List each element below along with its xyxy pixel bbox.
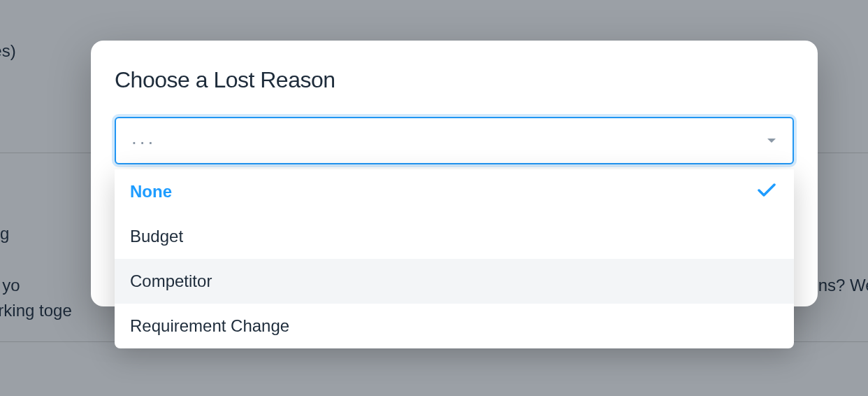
check-icon — [758, 182, 776, 201]
caret-down-icon — [767, 139, 776, 143]
background-text: to working toge — [0, 298, 72, 323]
option-none[interactable]: None — [115, 169, 794, 214]
reason-select-container: ... None Budget Competitor Requirement C… — [115, 117, 794, 164]
reason-select[interactable]: ... — [115, 117, 794, 164]
option-budget[interactable]: Budget — [115, 214, 794, 259]
background-text: k in with yo — [0, 273, 20, 298]
option-competitor[interactable]: Competitor — [115, 259, 794, 304]
option-label: Competitor — [130, 271, 212, 291]
option-label: Budget — [130, 227, 183, 246]
reason-dropdown: None Budget Competitor Requirement Chang… — [115, 169, 794, 348]
option-label: Requirement Change — [130, 316, 289, 336]
option-label: None — [130, 182, 172, 201]
background-text: Haines) — [0, 38, 16, 64]
select-placeholder: ... — [131, 127, 156, 149]
lost-reason-modal: Choose a Lost Reason ... None Budget Com… — [91, 41, 818, 306]
modal-title: Choose a Lost Reason — [115, 67, 794, 93]
option-requirement-change[interactable]: Requirement Change — [115, 304, 794, 348]
background-text: g — [0, 221, 9, 246]
